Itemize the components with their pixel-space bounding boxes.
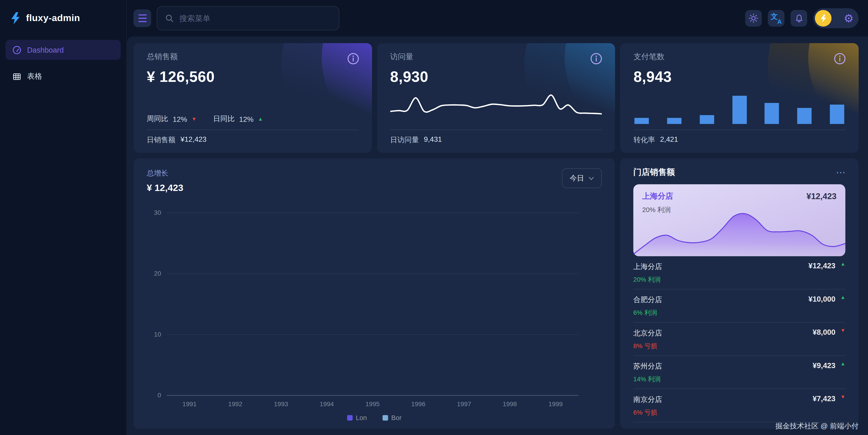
trend-arrow-icon: ▲ xyxy=(840,361,845,366)
notifications-button[interactable] xyxy=(790,10,807,27)
theme-toggle-button[interactable] xyxy=(745,10,762,27)
brand-name: fluxy-admin xyxy=(26,13,80,24)
trend-arrow-icon: ▼ xyxy=(840,328,845,333)
more-menu-icon[interactable]: ⋯ xyxy=(836,167,845,177)
stat-value: 8,930 xyxy=(390,69,602,86)
stat-footer: 转化率 2,421 xyxy=(633,135,845,145)
search-icon xyxy=(165,14,174,23)
metric-value: 12% xyxy=(239,115,254,123)
visits-sparkline-chart xyxy=(390,88,602,124)
menu-toggle-button[interactable] xyxy=(133,9,151,27)
footer-value: 9,431 xyxy=(424,135,442,145)
trend-arrow-icon: ▲ xyxy=(258,117,263,122)
store-row[interactable]: 苏州分店 14% 利润 ¥9,423 ▲ xyxy=(633,356,845,389)
store-panel-header: 门店销售额 ⋯ xyxy=(633,167,845,178)
footer-credit: 掘金技术社区 @ 前端小付 xyxy=(775,421,859,431)
footer-label: 日访问量 xyxy=(390,135,419,145)
gridline-y-10: 10 xyxy=(167,334,579,335)
settings-gear-icon[interactable]: ⚙ xyxy=(844,13,854,24)
legend-swatch xyxy=(347,415,352,421)
store-area-chart xyxy=(633,211,845,256)
store-name: 上海分店 xyxy=(633,262,662,272)
footer-label: 转化率 xyxy=(633,135,655,145)
mini-bar-4 xyxy=(732,95,746,124)
trend-arrow-icon: ▲ xyxy=(840,262,845,267)
x-axis-tick-label: 1995 xyxy=(359,401,386,407)
store-value: ¥7,423 xyxy=(813,395,836,403)
gridline-y-20: 20 xyxy=(167,273,579,274)
language-toggle-button[interactable]: 文A xyxy=(768,10,784,27)
info-icon[interactable] xyxy=(833,52,846,67)
store-row[interactable]: 北京分店 8% 亏损 ¥8,000 ▼ xyxy=(633,323,845,356)
search-box[interactable] xyxy=(157,6,339,30)
divider xyxy=(390,129,602,130)
avatar-lightning-icon xyxy=(820,14,827,23)
featured-store-profit: 20% 利润 xyxy=(642,205,671,215)
legend-item-lon[interactable]: Lon xyxy=(347,414,367,422)
translate-icon: 文A xyxy=(771,13,782,24)
featured-store-name: 上海分店 xyxy=(642,191,673,201)
featured-store-card[interactable]: 上海分店 ¥12,423 20% 利润 xyxy=(633,184,845,256)
store-sales-panel: 门店销售额 ⋯ xyxy=(620,158,859,429)
growth-title: 总增长 xyxy=(147,168,184,178)
sun-icon xyxy=(748,13,758,23)
metric-label: 周同比 xyxy=(147,114,168,124)
stat-title: 支付笔数 xyxy=(633,52,845,62)
store-panel-title: 门店销售额 xyxy=(633,167,675,178)
legend-item-bor[interactable]: Bor xyxy=(382,414,402,422)
stat-value: ¥ 126,560 xyxy=(147,69,359,86)
store-row[interactable]: 南京分店 6% 亏损 ¥7,423 ▼ xyxy=(633,389,845,422)
trend-arrow-icon: ▲ xyxy=(840,295,845,300)
growth-legend: LonBor xyxy=(147,414,602,422)
x-axis-tick-label: 1996 xyxy=(404,401,432,407)
info-icon[interactable] xyxy=(346,52,360,67)
growth-chart-card: 总增长 ¥ 12,423 今日 0 xyxy=(133,158,615,429)
metric-week: 周同比 12% ▼ xyxy=(147,114,197,124)
growth-header: 总增长 ¥ 12,423 今日 xyxy=(147,168,602,194)
store-profit-note: 14% 利润 xyxy=(633,375,662,383)
footer-value: 2,421 xyxy=(660,135,678,145)
info-icon[interactable] xyxy=(590,52,603,67)
footer-value: ¥12,423 xyxy=(181,135,207,145)
stat-value: 8,943 xyxy=(633,69,845,86)
trend-arrow-icon: ▼ xyxy=(191,117,196,122)
divider xyxy=(633,129,845,130)
legend-label: Lon xyxy=(356,414,367,422)
mini-bar-5 xyxy=(765,103,779,124)
legend-swatch xyxy=(382,415,388,421)
store-row[interactable]: 上海分店 20% 利润 ¥12,423 ▲ xyxy=(633,256,845,289)
store-value: ¥10,000 xyxy=(808,295,835,304)
legend-label: Bor xyxy=(391,414,402,422)
avatar[interactable] xyxy=(815,10,832,27)
store-row[interactable]: 合肥分店 6% 利润 ¥10,000 ▲ xyxy=(633,289,845,322)
app-root: fluxy-admin Dashboard xyxy=(0,0,868,435)
store-name: 苏州分店 xyxy=(633,361,662,371)
topbar: 文A xyxy=(127,0,868,36)
sidebar-item-dashboard[interactable]: Dashboard xyxy=(5,40,121,60)
stat-cards-row: 总销售额 ¥ 126,560 周同比 12 xyxy=(133,43,859,153)
dashboard-content: 总销售额 ¥ 126,560 周同比 12 xyxy=(127,36,868,435)
growth-value: ¥ 12,423 xyxy=(147,183,184,194)
sidebar-menu: Dashboard 表格 xyxy=(0,36,126,96)
y-axis-tick-label: 20 xyxy=(147,270,161,277)
store-name: 南京分店 xyxy=(633,395,662,405)
date-range-label: 今日 xyxy=(570,173,584,183)
metric-value: 12% xyxy=(173,115,187,123)
store-value: ¥12,423 xyxy=(808,262,835,270)
x-axis-tick-label: 1999 xyxy=(542,401,569,407)
mini-bar-2 xyxy=(667,118,682,124)
gridline-y-0: 0 xyxy=(167,395,579,396)
growth-plot-area: 0102030 xyxy=(147,213,602,395)
metric-label: 日同比 xyxy=(213,114,235,124)
search-input[interactable] xyxy=(180,14,331,23)
store-profit-note: 8% 亏损 xyxy=(633,342,662,350)
user-menu[interactable]: ⚙ xyxy=(813,8,859,28)
store-profit-note: 6% 亏损 xyxy=(633,408,662,417)
stat-card-total-sales: 总销售额 ¥ 126,560 周同比 12 xyxy=(133,43,372,153)
store-name: 北京分店 xyxy=(633,328,662,338)
x-axis-tick-label: 1998 xyxy=(496,401,524,407)
mini-bar-1 xyxy=(634,118,649,124)
store-rows: 上海分店 20% 利润 ¥12,423 ▲ 合肥分店 xyxy=(633,256,845,422)
sidebar-item-table[interactable]: 表格 xyxy=(5,66,121,86)
date-range-dropdown[interactable]: 今日 xyxy=(562,168,602,188)
